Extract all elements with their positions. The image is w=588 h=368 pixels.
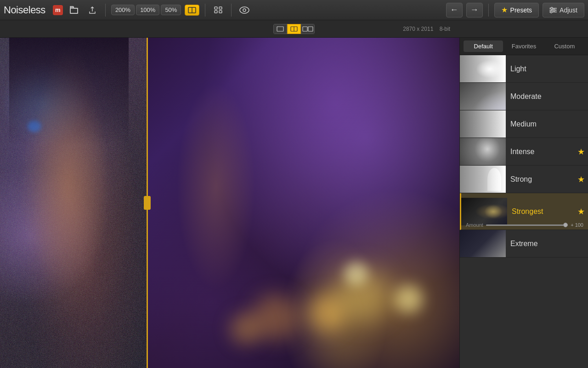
- zoom-200-button[interactable]: 200%: [111, 5, 135, 15]
- preset-item-strongest[interactable]: Strongest★ Amount + 100: [460, 193, 588, 230]
- preset-amount-strongest: Amount + 100: [461, 221, 588, 230]
- image-info: 2870 x 2011 8-bit: [403, 26, 450, 32]
- presets-star-icon: ★: [501, 6, 508, 14]
- view-mode-group: [273, 24, 315, 34]
- view-single-button[interactable]: [273, 24, 287, 34]
- forward-button[interactable]: →: [466, 3, 483, 17]
- amount-value: + 100: [571, 222, 583, 228]
- svg-point-12: [551, 7, 553, 9]
- svg-point-7: [240, 7, 249, 13]
- amount-label: Amount: [466, 222, 483, 228]
- svg-point-14: [550, 11, 552, 13]
- preset-label-strong: Strong: [506, 175, 574, 184]
- image-bit-depth: 8-bit: [440, 26, 450, 32]
- preset-label-extreme: Extreme: [506, 240, 588, 248]
- preset-star-strongest: ★: [574, 207, 588, 217]
- back-button[interactable]: ←: [446, 3, 463, 17]
- preset-thumb-moderate: [460, 83, 506, 110]
- secondary-toolbar: 2870 x 2011 8-bit: [0, 20, 588, 38]
- preset-label-light: Light: [506, 65, 588, 73]
- zoom-controls: 200% 100% 50%: [111, 5, 181, 15]
- preset-item-moderate[interactable]: Moderate: [460, 83, 588, 110]
- view-mode-button[interactable]: [185, 5, 199, 16]
- preset-label-strongest: Strongest: [507, 207, 574, 216]
- sidebar-tabs: Default Favorites Custom: [460, 38, 588, 55]
- svg-point-13: [553, 9, 555, 11]
- svg-rect-15: [277, 27, 283, 31]
- separator-3: [231, 4, 232, 17]
- view-dual-button[interactable]: [301, 24, 315, 34]
- svg-rect-0: [70, 8, 78, 13]
- main-content: Default Favorites Custom LightModerateMe…: [0, 38, 588, 368]
- zoom-100-button[interactable]: 100%: [136, 5, 159, 15]
- tab-default[interactable]: Default: [464, 40, 503, 52]
- preset-star-strong: ★: [574, 174, 588, 184]
- preset-thumb-intense: [460, 138, 506, 166]
- preset-thumb-light: [460, 55, 506, 83]
- face-overlay: [9, 38, 129, 368]
- image-left-panel: [0, 38, 147, 368]
- preset-label-medium: Medium: [506, 120, 588, 128]
- image-canvas: [0, 38, 459, 368]
- adjust-button[interactable]: Adjust: [543, 3, 584, 17]
- view-split-button[interactable]: [287, 24, 301, 34]
- split-handle[interactable]: [144, 196, 151, 210]
- presets-button[interactable]: ★ Presets: [494, 3, 539, 17]
- image-right-panel: [147, 38, 459, 368]
- svg-rect-6: [219, 11, 222, 13]
- sidebar: Default Favorites Custom LightModerateMe…: [459, 38, 588, 368]
- presets-list: LightModerateMediumIntense★Strong★Strong…: [460, 55, 588, 368]
- svg-rect-3: [215, 7, 217, 9]
- open-file-button[interactable]: [67, 3, 81, 17]
- separator-1: [105, 4, 106, 17]
- amount-slider-fill: [486, 224, 568, 226]
- separator-4: [488, 4, 489, 17]
- svg-point-8: [243, 9, 246, 12]
- amount-slider-track[interactable]: [486, 224, 568, 226]
- app-title: Noiseless: [4, 4, 45, 16]
- preset-item-strong[interactable]: Strong★: [460, 166, 588, 193]
- preset-item-intense[interactable]: Intense★: [460, 138, 588, 166]
- preset-thumb-extreme: [460, 230, 506, 258]
- image-area[interactable]: [0, 38, 459, 368]
- adjust-label: Adjust: [560, 6, 577, 14]
- presets-label: Presets: [510, 6, 532, 14]
- export-button[interactable]: [85, 3, 100, 17]
- amount-slider-thumb: [563, 223, 568, 227]
- preview-button[interactable]: [237, 3, 252, 17]
- preset-label-moderate: Moderate: [506, 92, 588, 101]
- m-badge: m: [53, 5, 63, 15]
- svg-rect-18: [303, 27, 307, 31]
- split-divider[interactable]: [147, 38, 148, 368]
- preset-thumb-strong: [460, 166, 506, 193]
- preset-thumb-medium: [460, 110, 506, 138]
- preset-item-medium[interactable]: Medium: [460, 110, 588, 138]
- image-dimensions: 2870 x 2011: [403, 26, 433, 32]
- preset-label-intense: Intense: [506, 148, 574, 156]
- toolbar: Noiseless m 200% 100% 50%: [0, 0, 588, 20]
- tab-favorites[interactable]: Favorites: [504, 40, 543, 52]
- separator-2: [205, 4, 205, 17]
- tab-custom[interactable]: Custom: [545, 40, 584, 52]
- svg-rect-5: [215, 11, 217, 13]
- preset-item-extreme[interactable]: Extreme: [460, 230, 588, 258]
- preset-star-intense: ★: [574, 147, 588, 157]
- grid-view-button[interactable]: [211, 3, 226, 17]
- zoom-50-button[interactable]: 50%: [161, 5, 181, 15]
- svg-rect-4: [219, 7, 222, 9]
- svg-rect-19: [308, 27, 313, 31]
- preset-item-light[interactable]: Light: [460, 55, 588, 83]
